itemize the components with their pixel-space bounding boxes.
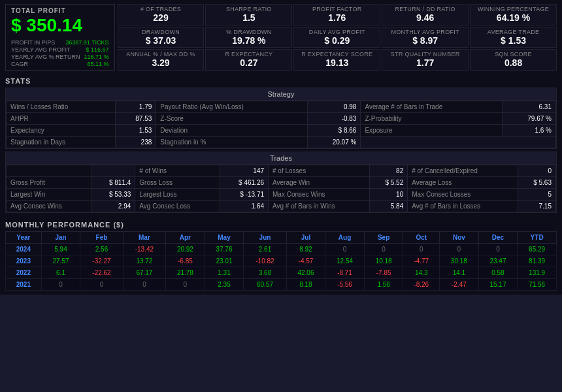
monthly-cell-0-9: 0 <box>403 243 440 255</box>
monthly-row-3: 202100002.3560.578.18-5.561.56-8.26-2.47… <box>6 278 557 290</box>
monthly-cell-0-5: 2.61 <box>244 243 286 255</box>
monthly-cell-0-1: 2.56 <box>80 243 123 255</box>
trades-value-0-6: 0 <box>518 165 555 176</box>
trades-row-1: Gross Profit$ 811.4Gross Loss$ 461.26Ave… <box>7 176 556 188</box>
stat-cell-3: RETURN / DD RATIO 9.46 <box>382 4 469 25</box>
strat-label-2-4: Exposure <box>361 124 503 136</box>
strat-value-1-0: 87.53 <box>115 112 156 124</box>
monthly-cell-0-12: 65.29 <box>518 243 557 255</box>
monthly-header-3: Mar <box>123 231 165 243</box>
strategy-table-wrapper: Strategy Wins / Losses Ratio1.79Payout R… <box>5 88 557 149</box>
monthly-cell-3-9: -8.26 <box>403 278 440 290</box>
trades-value-2-2: $ -13.71 <box>220 188 268 200</box>
monthly-cell-1-3: -6.85 <box>166 255 205 267</box>
trades-label-3-2: Avg Consec Loss <box>135 200 220 212</box>
monthly-year-2: 2022 <box>6 267 42 278</box>
strategy-header: Strategy <box>6 88 556 101</box>
stat-value-7: $ 0.29 <box>324 35 350 46</box>
stat-value-10: 3.29 <box>152 57 169 68</box>
profit-pips-value: 36387.91 TICKS <box>65 39 108 46</box>
monthly-cell-0-4: 37.76 <box>205 243 244 255</box>
strat-label-0-0: Wins / Losses Ratio <box>7 101 116 112</box>
stat-label-0: # OF TRADES <box>140 6 181 12</box>
stat-cell-12: R EXPECTANCY SCORE 19.13 <box>293 49 380 71</box>
stat-cell-0: # OF TRADES 229 <box>118 4 205 25</box>
profit-pips-label: PROFIT IN PIPS <box>11 39 55 46</box>
stat-value-11: 0.27 <box>240 57 257 68</box>
monthly-cell-2-9: 14.3 <box>403 267 440 278</box>
strat-value-1-4: 79.67 % <box>503 112 556 124</box>
trades-label-3-4: Avg # of Bars in Wins <box>269 200 370 212</box>
monthly-cell-2-2: 67.17 <box>123 267 165 278</box>
monthly-cell-3-1: 0 <box>80 278 123 290</box>
total-profit-block: TOTAL PROFIT $ 350.14 PROFIT IN PIPS 363… <box>5 4 115 71</box>
strat-value-3-0: 238 <box>115 136 156 148</box>
stat-label-8: MONTHLY AVG PROFIT <box>391 29 459 35</box>
monthly-header-2: Feb <box>80 231 123 243</box>
stat-label-1: SHARPE RATIO <box>226 6 272 12</box>
stat-cell-8: MONTHLY AVG PROFIT $ 8.97 <box>382 27 469 48</box>
stat-value-4: 64.19 % <box>497 12 530 23</box>
stat-cell-11: R EXPECTANCY 0.27 <box>205 49 292 71</box>
trades-value-1-2: $ 461.26 <box>220 176 268 188</box>
monthly-cell-3-12: 71.56 <box>518 278 557 290</box>
monthly-cell-0-3: 20.92 <box>166 243 205 255</box>
monthly-year-0: 2024 <box>6 243 42 255</box>
monthly-cell-1-8: 10.18 <box>364 255 403 267</box>
stat-value-8: $ 8.97 <box>412 35 438 46</box>
trades-row-3: Avg Consec Wins2.94Avg Consec Loss1.64Av… <box>7 200 556 212</box>
stat-label-14: SQN SCORE <box>495 51 532 57</box>
trades-value-0-4: 82 <box>369 165 407 176</box>
monthly-cell-2-6: 42.06 <box>286 267 325 278</box>
cagr-row: CAGR 65.11 % <box>11 61 109 67</box>
monthly-cell-0-8: 0 <box>364 243 403 255</box>
monthly-table: YearJanFebMarAprMayJunJulAugSepOctNovDec… <box>5 231 557 291</box>
monthly-cell-2-8: -7.85 <box>364 267 403 278</box>
stat-value-13: 1.77 <box>416 57 434 68</box>
stat-cell-1: SHARPE RATIO 1.5 <box>205 4 292 25</box>
strat-label-0-2: Payout Ratio (Avg Win/Loss) <box>156 101 307 112</box>
strat-value-2-4: 1.6 % <box>503 124 556 136</box>
strat-label-3-0: Stagnation in Days <box>7 136 116 148</box>
monthly-cell-0-11: 0 <box>478 243 518 255</box>
strategy-table: Wins / Losses Ratio1.79Payout Ratio (Avg… <box>6 101 556 148</box>
trades-value-3-2: 1.64 <box>220 200 268 212</box>
monthly-cell-1-5: -10.82 <box>244 255 286 267</box>
stat-value-1: 1.5 <box>242 12 255 23</box>
monthly-header-8: Aug <box>325 231 365 243</box>
yearly-pct-value: 116.71 % <box>84 54 109 60</box>
strat-label-1-2: Z-Score <box>156 112 307 124</box>
trades-row-0: # of Wins147# of Losses82# of Cancelled/… <box>7 165 556 176</box>
yearly-pct-row: YEARLY AVG % RETURN 116.71 % <box>11 54 109 60</box>
monthly-cell-3-3: 0 <box>166 278 205 290</box>
monthly-year-3: 2021 <box>6 278 42 290</box>
trades-value-1-0: $ 811.4 <box>92 176 135 188</box>
strategy-row-0: Wins / Losses Ratio1.79Payout Ratio (Avg… <box>7 101 556 112</box>
yearly-avg-label: YEARLY AVG PROFIT <box>11 46 71 53</box>
monthly-cell-2-10: 14.1 <box>440 267 479 278</box>
monthly-cell-1-6: -4.57 <box>286 255 325 267</box>
stat-value-14: 0.88 <box>504 57 522 68</box>
monthly-cell-3-8: 1.56 <box>364 278 403 290</box>
monthly-title: MONTHLY PERFORMANCE ($) <box>5 221 557 229</box>
stat-value-3: 9.46 <box>416 12 434 23</box>
yearly-avg-row: YEARLY AVG PROFIT $ 116.67 <box>11 46 109 53</box>
stat-label-13: STR QUALITY NUMBER <box>391 51 460 57</box>
monthly-cell-0-2: -13.42 <box>123 243 165 255</box>
trades-value-1-6: $ 5.63 <box>518 176 555 188</box>
stat-value-0: 229 <box>153 12 168 23</box>
monthly-cell-3-7: -5.56 <box>325 278 365 290</box>
stat-value-9: $ 1.53 <box>501 35 526 46</box>
monthly-header-4: Apr <box>166 231 205 243</box>
strat-label-2-0: Expectancy <box>7 124 116 136</box>
trades-label-0-2: # of Wins <box>135 165 220 176</box>
monthly-row-0: 20245.942.56-13.4220.9237.762.618.920000… <box>6 243 557 255</box>
monthly-cell-1-2: 13.72 <box>123 255 165 267</box>
strategy-row-1: AHPR87.53Z-Score-0.83Z-Probability79.67 … <box>7 112 556 124</box>
trades-label-3-6: Avg # of Bars in Losses <box>408 200 518 212</box>
monthly-header-10: Oct <box>403 231 440 243</box>
stat-label-9: AVERAGE TRADE <box>488 29 540 35</box>
trades-value-3-0: 2.94 <box>92 200 135 212</box>
monthly-cell-1-4: 23.01 <box>205 255 244 267</box>
stat-label-3: RETURN / DD RATIO <box>395 6 455 12</box>
